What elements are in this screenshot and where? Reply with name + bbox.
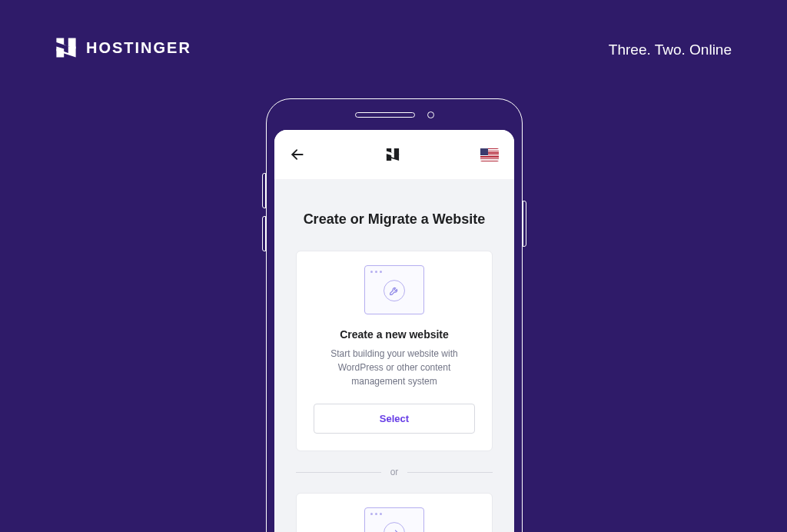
divider-text: or (390, 467, 399, 477)
migrate-illustration (364, 507, 424, 532)
card-description: Start building your website with WordPre… (314, 347, 475, 388)
select-button[interactable]: Select (314, 404, 475, 434)
hostinger-logo-icon (55, 37, 77, 58)
divider-line (296, 472, 381, 473)
phone-volume-up (262, 173, 266, 208)
divider-line (407, 472, 493, 473)
phone-camera (427, 111, 434, 118)
phone-screen: Create or Migrate a Website Create a new… (274, 130, 514, 532)
hostinger-logo-icon (386, 148, 400, 161)
website-builder-illustration (364, 265, 424, 314)
app-header (274, 130, 514, 179)
wrench-icon (389, 285, 400, 296)
or-divider: or (296, 467, 493, 477)
phone-frame: Create or Migrate a Website Create a new… (266, 98, 523, 532)
create-website-card: Create a new website Start building your… (296, 251, 493, 451)
phone-volume-down (262, 216, 266, 251)
phone-speaker (355, 112, 415, 118)
page-title: Create or Migrate a Website (274, 211, 514, 228)
migrate-icon (389, 527, 400, 532)
back-arrow-icon[interactable] (290, 147, 305, 162)
phone-power-button (523, 201, 526, 247)
migrate-website-card (296, 493, 493, 532)
tagline: Three. Two. Online (609, 42, 732, 58)
brand-header: HOSTINGER (55, 37, 191, 58)
us-flag-icon[interactable] (480, 148, 499, 161)
card-title: Create a new website (314, 328, 475, 341)
phone-speaker-row (267, 111, 522, 118)
brand-name: HOSTINGER (86, 39, 191, 57)
